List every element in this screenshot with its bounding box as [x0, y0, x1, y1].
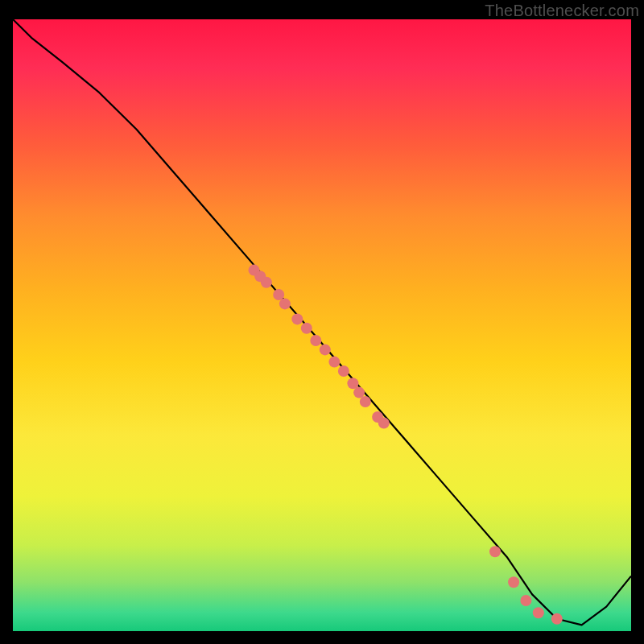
data-marker	[310, 335, 321, 346]
chart-svg	[13, 19, 631, 631]
chart-frame	[13, 19, 631, 631]
data-marker	[301, 323, 312, 334]
data-marker	[273, 289, 284, 300]
data-marker	[360, 396, 371, 407]
data-marker	[291, 313, 303, 324]
data-marker	[353, 387, 365, 398]
attribution-text: TheBottlenecker.com	[485, 2, 639, 20]
bottleneck-curve-line	[13, 19, 631, 625]
data-marker	[320, 344, 331, 355]
data-marker	[489, 546, 501, 557]
data-marker	[551, 613, 563, 625]
data-marker	[520, 595, 531, 606]
data-marker	[279, 298, 291, 309]
data-marker	[328, 357, 340, 368]
data-marker	[261, 277, 272, 288]
data-marker	[508, 576, 519, 588]
data-marker	[338, 365, 349, 377]
data-marker	[533, 607, 544, 618]
data-marker	[378, 418, 390, 429]
data-marker	[347, 378, 358, 389]
